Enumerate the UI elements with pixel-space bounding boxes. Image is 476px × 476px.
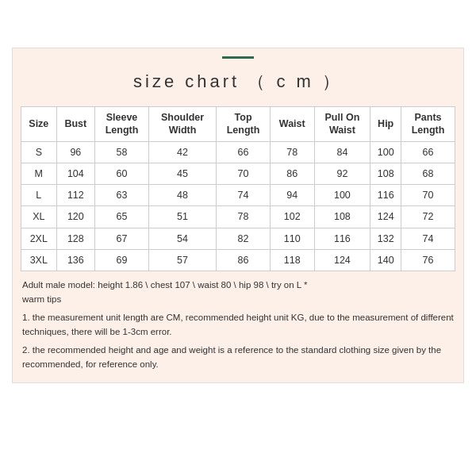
col-header: Pants Length [401,107,455,142]
table-cell: 108 [314,206,370,228]
table-cell: 68 [401,163,455,184]
notes-section: Adult male model: height 1.86 \ chest 10… [21,278,455,371]
table-cell: 82 [217,228,271,249]
table-cell: 65 [95,206,149,228]
accent-line [222,56,254,59]
table-cell: 84 [314,141,370,163]
table-cell: 136 [56,249,94,271]
table-cell: 60 [95,163,149,184]
col-header: Top Length [217,107,271,142]
table-row: M104604570869210868 [21,163,455,184]
size-table: SizeBustSleeve LengthShoulder WidthTop L… [21,106,455,271]
table-cell: 86 [217,249,271,271]
table-cell: 112 [56,185,94,206]
table-cell: 100 [314,185,370,206]
col-header: Bust [56,107,94,142]
table-cell: 76 [401,249,455,271]
table-cell: 70 [217,163,271,184]
table-cell: 132 [370,228,401,249]
table-cell: 92 [314,163,370,184]
table-cell: 66 [217,141,271,163]
table-cell: 124 [370,206,401,228]
model-info: Adult male model: height 1.86 \ chest 10… [22,278,454,307]
table-cell: 128 [56,228,94,249]
table-cell: 94 [270,185,314,206]
table-cell: 72 [401,206,455,228]
table-cell: 69 [95,249,149,271]
table-cell: 124 [314,249,370,271]
table-cell: 102 [270,206,314,228]
size-chart-container: size chart （ c m ） SizeBustSleeve Length… [12,48,464,383]
table-row: S96584266788410066 [21,141,455,163]
table-cell: L [21,185,57,206]
table-cell: 96 [56,141,94,163]
table-cell: 118 [270,249,314,271]
table-cell: 110 [270,228,314,249]
table-cell: 78 [270,141,314,163]
table-cell: 104 [56,163,94,184]
table-cell: 58 [95,141,149,163]
table-row: XL12065517810210812472 [21,206,455,228]
table-cell: 116 [314,228,370,249]
table-cell: 57 [148,249,216,271]
table-cell: 45 [148,163,216,184]
table-cell: 74 [217,185,271,206]
table-cell: 120 [56,206,94,228]
table-cell: 108 [370,163,401,184]
chart-title: size chart （ c m ） [21,65,455,98]
table-row: 3XL13669578611812414076 [21,249,455,271]
col-header: Sleeve Length [95,107,149,142]
table-cell: 86 [270,163,314,184]
table-cell: 116 [370,185,401,206]
table-cell: 74 [401,228,455,249]
table-cell: XL [21,206,57,228]
table-cell: 140 [370,249,401,271]
table-cell: 54 [148,228,216,249]
table-row: L1126348749410011670 [21,185,455,206]
tip2: 2. the recommended height and age and we… [22,343,454,372]
table-cell: 70 [401,185,455,206]
col-header: Pull On Waist [314,107,370,142]
table-cell: 51 [148,206,216,228]
table-cell: 100 [370,141,401,163]
table-cell: M [21,163,57,184]
table-cell: 48 [148,185,216,206]
col-header: Hip [370,107,401,142]
table-cell: 42 [148,141,216,163]
table-cell: 3XL [21,249,57,271]
table-cell: S [21,141,57,163]
tip1: 1. the measurement unit length are CM, r… [22,310,454,340]
table-cell: 63 [95,185,149,206]
col-header: Waist [270,107,314,142]
col-header: Shoulder Width [148,107,216,142]
table-cell: 66 [401,141,455,163]
table-cell: 78 [217,206,271,228]
table-cell: 67 [95,228,149,249]
col-header: Size [21,107,57,142]
table-row: 2XL12867548211011613274 [21,228,455,249]
table-cell: 2XL [21,228,57,249]
table-header-row: SizeBustSleeve LengthShoulder WidthTop L… [21,107,455,142]
